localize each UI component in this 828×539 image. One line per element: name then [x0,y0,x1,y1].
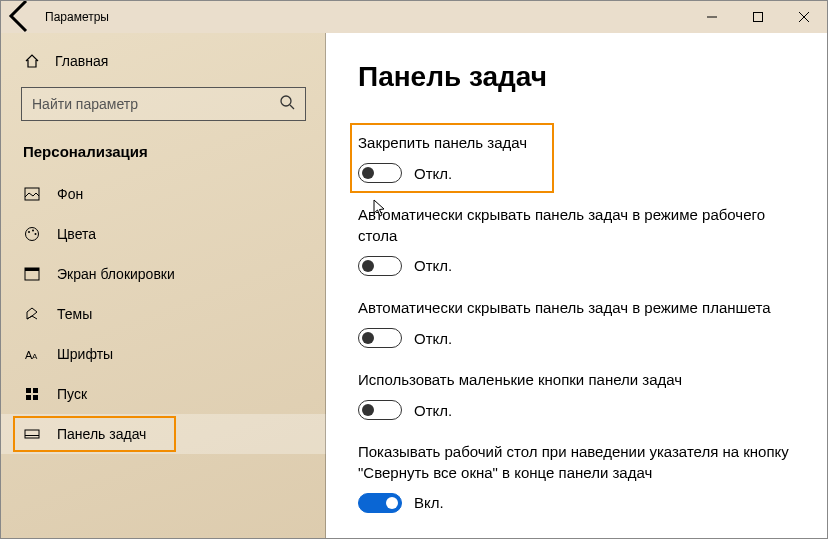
toggle-small-buttons[interactable] [358,400,402,420]
nav-item-label: Темы [57,306,92,322]
toggle-state: Откл. [414,330,452,347]
svg-point-9 [32,230,34,232]
start-icon [23,386,41,402]
nav-item-taskbar[interactable]: Панель задач [1,414,326,454]
nav-item-label: Пуск [57,386,87,402]
content-area: Главная Персонализация Фон Цвета [1,33,827,539]
themes-icon [23,306,41,322]
setting-label: Автоматически скрывать панель задач в ре… [358,205,799,246]
palette-icon [23,226,41,242]
svg-rect-12 [25,268,39,271]
nav-item-label: Экран блокировки [57,266,175,282]
nav-item-lockscreen[interactable]: Экран блокировки [1,254,326,294]
svg-rect-18 [33,395,38,400]
window-title: Параметры [41,10,109,24]
titlebar: Параметры [1,1,827,33]
toggle-autohide-tablet[interactable] [358,328,402,348]
setting-label: Показывать рабочий стол при наведении ук… [358,442,799,483]
setting-lock-taskbar: Закрепить панель задач Откл. [358,133,799,183]
svg-rect-1 [754,13,763,22]
search-icon [279,94,295,114]
svg-point-4 [281,96,291,106]
nav-item-fonts[interactable]: AA Шрифты [1,334,326,374]
svg-rect-19 [25,430,39,438]
search-input[interactable] [32,96,279,112]
setting-small-buttons: Использовать маленькие кнопки панели зад… [358,370,799,420]
setting-autohide-desktop: Автоматически скрывать панель задач в ре… [358,205,799,276]
home-label: Главная [55,53,108,69]
svg-line-5 [290,105,294,109]
setting-label: Автоматически скрывать панель задач в ре… [358,298,799,318]
toggle-state: Откл. [414,165,452,182]
nav-item-start[interactable]: Пуск [1,374,326,414]
toggle-autohide-desktop[interactable] [358,256,402,276]
nav-item-label: Шрифты [57,346,113,362]
toggle-state: Вкл. [414,494,444,511]
page-heading: Панель задач [358,61,799,93]
picture-icon [23,186,41,202]
toggle-state: Откл. [414,402,452,419]
main-panel: Панель задач Закрепить панель задач Откл… [326,33,827,539]
toggle-lock-taskbar[interactable] [358,163,402,183]
svg-point-10 [35,233,37,235]
setting-peek-desktop: Показывать рабочий стол при наведении ук… [358,442,799,513]
taskbar-icon [23,426,41,442]
nav-item-label: Панель задач [57,426,146,442]
search-box[interactable] [21,87,306,121]
toggle-peek-desktop[interactable] [358,493,402,513]
nav-item-background[interactable]: Фон [1,174,326,214]
svg-rect-17 [26,395,31,400]
svg-text:A: A [32,352,38,361]
nav-list: Фон Цвета Экран блокировки Темы [1,174,326,454]
setting-autohide-tablet: Автоматически скрывать панель задач в ре… [358,298,799,348]
nav-item-colors[interactable]: Цвета [1,214,326,254]
minimize-button[interactable] [689,1,735,33]
svg-rect-15 [26,388,31,393]
close-button[interactable] [781,1,827,33]
nav-item-themes[interactable]: Темы [1,294,326,334]
lockscreen-icon [23,266,41,282]
home-icon [23,53,41,69]
category-heading: Персонализация [1,139,326,174]
svg-rect-16 [33,388,38,393]
fonts-icon: AA [23,346,41,362]
sidebar: Главная Персонализация Фон Цвета [1,33,326,539]
toggle-state: Откл. [414,257,452,274]
svg-point-7 [26,228,39,241]
setting-label: Использовать маленькие кнопки панели зад… [358,370,799,390]
nav-item-label: Фон [57,186,83,202]
home-nav[interactable]: Главная [1,45,326,81]
maximize-button[interactable] [735,1,781,33]
setting-label: Закрепить панель задач [358,133,799,153]
nav-item-label: Цвета [57,226,96,242]
svg-point-8 [28,231,30,233]
